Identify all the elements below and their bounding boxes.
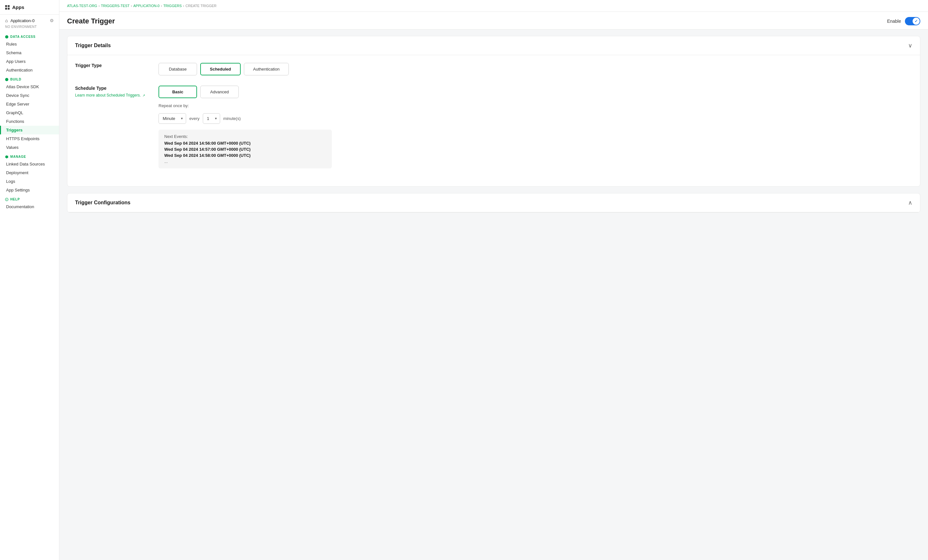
enable-toggle[interactable]: ✓ — [905, 17, 920, 25]
sidebar-item-https-endpoints[interactable]: HTTPS Endpoints — [0, 134, 59, 143]
breadcrumb: ATLAS-TEST-ORG › TRIGGERS-TEST › APPLICA… — [60, 0, 928, 12]
sidebar-item-values[interactable]: Values — [0, 143, 59, 152]
home-icon: ⌂ — [5, 18, 8, 23]
trigger-type-database-button[interactable]: Database — [159, 63, 197, 75]
main-content: ATLAS-TEST-ORG › TRIGGERS-TEST › APPLICA… — [60, 0, 928, 560]
trigger-configurations-chevron-up-icon: ∧ — [908, 199, 912, 206]
breadcrumb-sep-3: › — [161, 4, 162, 8]
schedule-type-label-col: Schedule Type Learn more about Scheduled… — [75, 86, 146, 98]
repeat-row: Minute every 1 minute(s) — [159, 113, 912, 124]
trigger-configurations-card: Trigger Configurations ∧ — [67, 193, 920, 213]
count-select-wrapper: 1 — [203, 113, 220, 124]
apps-nav[interactable]: Apps — [0, 0, 59, 15]
section-help: ? HELP — [0, 194, 59, 202]
next-events-ellipsis: ... — [164, 159, 326, 164]
sidebar-item-linked-data-sources[interactable]: Linked Data Sources — [0, 160, 59, 168]
manage-label: MANAGE — [10, 155, 26, 158]
breadcrumb-sep-4: › — [183, 4, 184, 8]
breadcrumb-atlas[interactable]: ATLAS-TEST-ORG — [67, 4, 97, 8]
sidebar: Apps ⌂ Application-0 ⚙ NO ENVIRONMENT DA… — [0, 0, 60, 560]
schedule-type-label: Schedule Type — [75, 86, 146, 91]
breadcrumb-sep-1: › — [99, 4, 100, 8]
trigger-type-label-col: Trigger Type — [75, 63, 146, 69]
trigger-type-label: Trigger Type — [75, 63, 146, 68]
schedule-type-row: Schedule Type Learn more about Scheduled… — [75, 86, 912, 168]
trigger-type-authentication-button[interactable]: Authentication — [244, 63, 289, 75]
section-manage: MANAGE — [0, 152, 59, 160]
toggle-check-icon: ✓ — [914, 19, 918, 23]
trigger-configurations-header[interactable]: Trigger Configurations ∧ — [67, 193, 920, 212]
breadcrumb-triggers[interactable]: TRIGGERS — [163, 4, 182, 8]
sidebar-item-authentication[interactable]: Authentication — [0, 66, 59, 75]
section-build: BUILD — [0, 75, 59, 82]
schedule-type-advanced-button[interactable]: Advanced — [200, 86, 239, 98]
sidebar-item-graphql[interactable]: GraphQL — [0, 108, 59, 117]
settings-icon[interactable]: ⚙ — [50, 18, 54, 23]
trigger-type-controls: Database Scheduled Authentication — [159, 63, 912, 75]
repeat-once-label: Repeat once by: — [159, 103, 912, 108]
build-dot-icon — [5, 78, 8, 81]
apps-label: Apps — [12, 5, 24, 10]
trigger-details-body: Trigger Type Database Scheduled Authenti… — [67, 55, 920, 186]
data-access-label: DATA ACCESS — [10, 35, 36, 38]
next-event-2: Wed Sep 04 2024 14:58:00 GMT+0000 (UTC) — [164, 153, 326, 158]
sidebar-item-app-users[interactable]: App Users — [0, 57, 59, 66]
sidebar-item-documentation[interactable]: Documentation — [0, 202, 59, 211]
minute-select-wrapper: Minute — [159, 113, 186, 124]
page-title: Create Trigger — [67, 17, 115, 25]
content-area: Trigger Details ∨ Trigger Type Database … — [60, 29, 928, 560]
every-label: every — [189, 116, 200, 121]
sidebar-item-rules[interactable]: Rules — [0, 40, 59, 49]
page-header: Create Trigger Enable ✓ — [60, 12, 928, 29]
trigger-details-chevron-down-icon: ∨ — [908, 42, 912, 49]
schedule-type-btn-group: Basic Advanced — [159, 86, 912, 98]
sidebar-item-functions[interactable]: Functions — [0, 117, 59, 126]
schedule-type-basic-button[interactable]: Basic — [159, 86, 197, 98]
app-name: Application-0 — [10, 18, 34, 23]
sidebar-item-atlas-device-sdk[interactable]: Atlas Device SDK — [0, 82, 59, 91]
schedule-learn-more-link[interactable]: Learn more about Scheduled Triggers. ↗ — [75, 93, 145, 97]
manage-gear-icon — [5, 155, 8, 158]
sidebar-item-deployment[interactable]: Deployment — [0, 168, 59, 177]
next-event-1: Wed Sep 04 2024 14:57:00 GMT+0000 (UTC) — [164, 147, 326, 152]
section-data-access: DATA ACCESS — [0, 32, 59, 40]
next-events-box: Next Events: Wed Sep 04 2024 14:56:00 GM… — [159, 129, 332, 168]
sidebar-item-schema[interactable]: Schema — [0, 49, 59, 57]
sidebar-item-triggers[interactable]: Triggers — [0, 126, 59, 134]
enable-label: Enable — [887, 18, 901, 24]
sidebar-item-app-settings[interactable]: App Settings — [0, 186, 59, 194]
schedule-type-controls: Basic Advanced Repeat once by: Minute — [159, 86, 912, 168]
svg-text:?: ? — [6, 199, 8, 201]
minutes-label: minute(s) — [223, 116, 241, 121]
breadcrumb-triggers-test[interactable]: TRIGGERS-TEST — [101, 4, 130, 8]
trigger-details-card: Trigger Details ∨ Trigger Type Database … — [67, 36, 920, 187]
next-event-0: Wed Sep 04 2024 14:56:00 GMT+0000 (UTC) — [164, 141, 326, 146]
trigger-type-scheduled-button[interactable]: Scheduled — [200, 63, 241, 75]
sidebar-item-logs[interactable]: Logs — [0, 177, 59, 186]
external-link-icon: ↗ — [142, 94, 145, 97]
trigger-type-row: Trigger Type Database Scheduled Authenti… — [75, 63, 912, 75]
help-label: HELP — [10, 198, 20, 201]
breadcrumb-current: CREATE TRIGGER — [185, 4, 217, 8]
count-select[interactable]: 1 — [203, 113, 220, 124]
breadcrumb-application-0[interactable]: APPLICATION-0 — [133, 4, 160, 8]
env-label: NO ENVIRONMENT — [0, 24, 59, 32]
breadcrumb-sep-2: › — [131, 4, 132, 8]
apps-grid-icon — [5, 5, 10, 10]
data-access-dot-icon — [5, 35, 8, 38]
trigger-details-title: Trigger Details — [75, 43, 111, 49]
sidebar-item-device-sync[interactable]: Device Sync — [0, 91, 59, 100]
repeat-section: Repeat once by: Minute every — [159, 103, 912, 124]
trigger-configurations-title: Trigger Configurations — [75, 200, 130, 205]
minute-select[interactable]: Minute — [159, 113, 186, 124]
app-header: ⌂ Application-0 ⚙ — [0, 15, 59, 24]
enable-row: Enable ✓ — [887, 17, 920, 25]
toggle-knob: ✓ — [913, 18, 920, 25]
help-icon: ? — [5, 198, 8, 201]
trigger-details-header[interactable]: Trigger Details ∨ — [67, 36, 920, 55]
sidebar-item-edge-server[interactable]: Edge Server — [0, 100, 59, 108]
next-events-title: Next Events: — [164, 134, 326, 139]
build-label: BUILD — [10, 78, 21, 81]
schedule-link-text: Learn more about Scheduled Triggers. — [75, 93, 141, 97]
